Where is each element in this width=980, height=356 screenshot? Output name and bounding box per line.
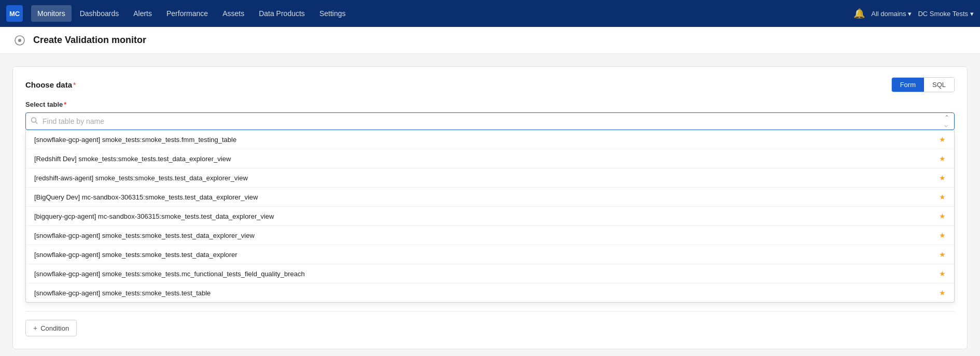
divider	[25, 311, 955, 311]
table-list-item[interactable]: [snowflake-gcp-agent] smoke_tests:smoke_…	[26, 226, 954, 245]
page-title: Create Validation monitor	[33, 35, 146, 46]
nav-item-alerts[interactable]: Alerts	[127, 5, 158, 22]
table-list-item[interactable]: [snowflake-gcp-agent] smoke_tests:smoke_…	[26, 245, 954, 264]
star-icon: ★	[939, 231, 946, 239]
top-navigation: MC Monitors Dashboards Alerts Performanc…	[0, 0, 980, 27]
table-item-text: [snowflake-gcp-agent] smoke_tests:smoke_…	[34, 270, 935, 278]
star-icon: ★	[939, 193, 946, 201]
table-item-text: [snowflake-gcp-agent] smoke_tests:smoke_…	[34, 136, 935, 144]
table-item-text: [snowflake-gcp-agent] smoke_tests:smoke_…	[34, 232, 935, 239]
plus-icon: +	[33, 324, 37, 332]
star-icon: ★	[939, 174, 946, 182]
table-list-item[interactable]: [bigquery-gcp-agent] mc-sandbox-306315:s…	[26, 207, 954, 226]
form-sql-toggle: Form SQL	[891, 77, 955, 92]
table-item-text: [snowflake-gcp-agent] smoke_tests:smoke_…	[34, 289, 935, 297]
domain-selector[interactable]: All domains ▾	[871, 10, 912, 18]
table-item-text: [snowflake-gcp-agent] smoke_tests:smoke_…	[34, 251, 935, 259]
page-header: Create Validation monitor	[0, 27, 980, 54]
sql-button[interactable]: SQL	[924, 78, 954, 92]
nav-item-monitors[interactable]: Monitors	[31, 5, 72, 22]
choose-data-card: Choose data* Form SQL Select table* ⌃⌵	[12, 66, 968, 349]
required-marker: *	[73, 81, 76, 89]
nav-item-assets[interactable]: Assets	[216, 5, 250, 22]
table-list-item[interactable]: [snowflake-gcp-agent] smoke_tests:smoke_…	[26, 283, 954, 302]
table-list-item[interactable]: [snowflake-gcp-agent] smoke_tests:smoke_…	[26, 130, 954, 149]
search-container: ⌃⌵	[25, 112, 955, 130]
select-table-label: Select table*	[25, 101, 955, 108]
table-item-text: [Redshift Dev] smoke_tests:smoke_tests.t…	[34, 155, 935, 163]
bell-icon[interactable]: 🔔	[853, 8, 865, 19]
user-chevron-icon: ▾	[970, 10, 974, 18]
star-icon: ★	[939, 289, 946, 297]
nav-item-performance[interactable]: Performance	[160, 5, 214, 22]
condition-button[interactable]: + Condition	[25, 320, 77, 336]
svg-point-1	[18, 39, 21, 42]
star-icon: ★	[939, 154, 946, 163]
star-icon: ★	[939, 250, 946, 259]
nav-item-dashboards[interactable]: Dashboards	[74, 5, 125, 22]
nav-item-data-products[interactable]: Data Products	[253, 5, 311, 22]
form-button[interactable]: Form	[892, 78, 924, 92]
back-button[interactable]	[12, 33, 27, 48]
condition-label: Condition	[40, 324, 69, 332]
table-list-item[interactable]: [BigQuery Dev] mc-sandbox-306315:smoke_t…	[26, 188, 954, 207]
nav-items: Monitors Dashboards Alerts Performance A…	[31, 5, 853, 22]
star-icon: ★	[939, 135, 946, 144]
table-item-text: [redshift-aws-agent] smoke_tests:smoke_t…	[34, 174, 935, 182]
card-title: Choose data*	[25, 80, 76, 89]
main-content: Choose data* Form SQL Select table* ⌃⌵	[0, 54, 980, 356]
domain-chevron-icon: ▾	[908, 10, 912, 18]
select-table-required: *	[64, 101, 66, 108]
logo[interactable]: MC	[6, 5, 23, 22]
nav-item-settings[interactable]: Settings	[313, 5, 352, 22]
table-item-text: [BigQuery Dev] mc-sandbox-306315:smoke_t…	[34, 193, 935, 201]
nav-right: 🔔 All domains ▾ DC Smoke Tests ▾	[853, 8, 974, 19]
user-menu[interactable]: DC Smoke Tests ▾	[918, 10, 974, 18]
table-list-item[interactable]: [snowflake-gcp-agent] smoke_tests:smoke_…	[26, 264, 954, 283]
table-list-item[interactable]: [Redshift Dev] smoke_tests:smoke_tests.t…	[26, 149, 954, 168]
table-list-item[interactable]: [redshift-aws-agent] smoke_tests:smoke_t…	[26, 168, 954, 188]
table-item-text: [bigquery-gcp-agent] mc-sandbox-306315:s…	[34, 212, 935, 220]
star-icon: ★	[939, 269, 946, 278]
card-header: Choose data* Form SQL	[25, 77, 955, 92]
star-icon: ★	[939, 212, 946, 220]
search-input[interactable]	[25, 112, 955, 130]
table-dropdown-list: [snowflake-gcp-agent] smoke_tests:smoke_…	[25, 130, 955, 303]
